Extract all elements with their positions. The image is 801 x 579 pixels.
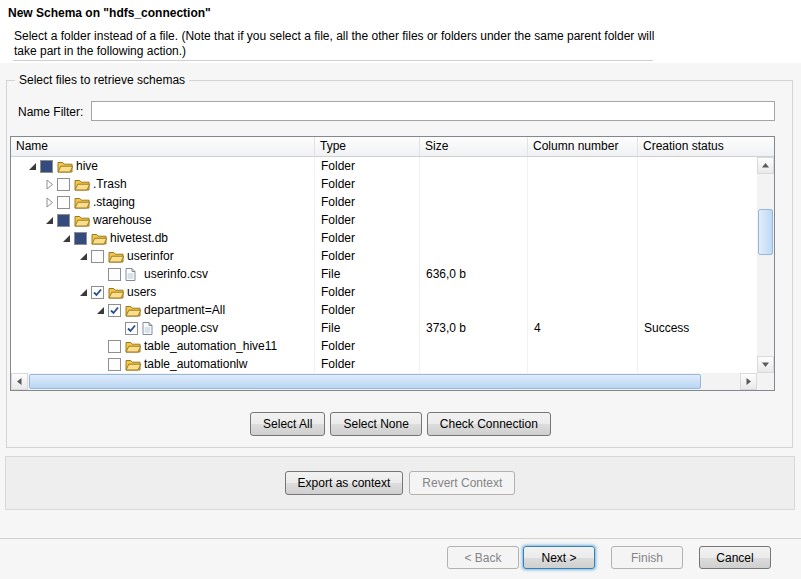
collapse-arrow-icon[interactable] [76,286,91,299]
expander-spacer [93,358,108,371]
tree-item-label: warehouse [92,211,152,229]
cell-type: Folder [315,301,420,319]
check-connection-button[interactable]: Check Connection [427,412,551,436]
cell-size [420,229,528,247]
footer-separator [0,538,801,539]
expand-arrow-icon[interactable] [42,196,57,209]
folder-icon [125,304,143,317]
collapse-arrow-icon[interactable] [93,304,108,317]
tree-row[interactable]: table_automation_hive11Folder [11,337,757,355]
tree-name-cell: userinfo.csv [11,265,315,283]
tree-row[interactable]: userinfo.csvFile636,0 b [11,265,757,283]
next-button[interactable]: Next > [523,546,595,569]
tree-name-cell: hive [11,157,315,175]
expander-spacer [93,340,108,353]
collapse-arrow-icon[interactable] [42,214,57,227]
cell-type: Folder [315,337,420,355]
tree-indent [11,256,76,257]
cell-size: 636,0 b [420,265,528,283]
cell-creation-status [638,301,757,319]
tree-item-checkbox[interactable] [74,232,87,245]
tree-item-checkbox[interactable] [125,322,138,335]
export-as-context-button[interactable]: Export as context [285,471,404,495]
tree-item-checkbox[interactable] [91,286,104,299]
tree-name-cell: .Trash [11,175,315,193]
tree-row[interactable]: .TrashFolder [11,175,757,193]
tree-item-label: department=All [143,301,225,319]
column-header-column-number[interactable]: Column number [528,137,638,156]
file-icon [142,322,160,335]
tree-item-checkbox[interactable] [108,268,121,281]
vertical-scrollbar[interactable] [757,157,774,373]
column-header-size[interactable]: Size [420,137,528,156]
tree-item-checkbox[interactable] [40,160,53,173]
folder-icon [74,214,92,227]
cell-creation-status [638,265,757,283]
cell-type: Folder [315,193,420,211]
cell-column-number [528,301,638,319]
cell-creation-status [638,355,757,373]
tree-name-cell: warehouse [11,211,315,229]
vertical-scroll-thumb[interactable] [758,209,773,255]
horizontal-scrollbar[interactable] [11,373,757,390]
select-none-button[interactable]: Select None [330,412,421,436]
scroll-right-icon[interactable] [740,373,757,390]
tree-indent [11,328,110,329]
tree-row[interactable]: department=AllFolder [11,301,757,319]
column-header-name[interactable]: Name [11,137,315,156]
cell-column-number [528,337,638,355]
horizontal-scroll-thumb[interactable] [29,374,701,389]
collapse-arrow-icon[interactable] [59,232,74,245]
cell-type: Folder [315,247,420,265]
tree-item-checkbox[interactable] [57,196,70,209]
tree-item-checkbox[interactable] [91,250,104,263]
folder-icon [108,286,126,299]
tree-item-checkbox[interactable] [108,358,121,371]
tree-row[interactable]: table_automationlwFolder [11,355,757,373]
cancel-button[interactable]: Cancel [699,546,771,569]
tree-name-cell: userinfor [11,247,315,265]
expand-arrow-icon[interactable] [42,178,57,191]
tree-indent [11,310,93,311]
tree-item-checkbox[interactable] [57,178,70,191]
select-all-button[interactable]: Select All [250,412,325,436]
collapse-arrow-icon[interactable] [76,250,91,263]
tree-item-label: .staging [92,193,135,211]
tree-row[interactable]: hiveFolder [11,157,757,175]
scroll-down-icon[interactable] [757,356,774,373]
cell-creation-status [638,247,757,265]
tree-item-checkbox[interactable] [57,214,70,227]
column-header-type[interactable]: Type [315,137,420,156]
tree-indent [11,364,93,365]
cell-size [420,175,528,193]
tree-indent [11,166,25,167]
collapse-arrow-icon[interactable] [25,160,40,173]
tree-row[interactable]: hivetest.dbFolder [11,229,757,247]
tree-row[interactable]: userinforFolder [11,247,757,265]
scroll-left-icon[interactable] [11,373,28,390]
tree-item-label: people.csv [160,319,218,337]
tree-name-cell: table_automationlw [11,355,315,373]
cell-column-number [528,283,638,301]
file-icon [125,268,143,281]
scrollbar-corner [757,373,774,390]
tree-item-label: hive [75,157,98,175]
column-header-creation-status[interactable]: Creation status [638,137,774,156]
scroll-up-icon[interactable] [757,157,774,174]
tree-row[interactable]: .stagingFolder [11,193,757,211]
cell-size [420,301,528,319]
cell-type: Folder [315,229,420,247]
tree-row[interactable]: people.csvFile373,0 b4Success [11,319,757,337]
name-filter-input[interactable] [91,101,775,121]
cell-size [420,247,528,265]
cell-size [420,337,528,355]
tree-item-label: hivetest.db [109,229,168,247]
tree-row[interactable]: warehouseFolder [11,211,757,229]
tree-item-checkbox[interactable] [108,340,121,353]
tree-item-checkbox[interactable] [108,304,121,317]
folder-icon [74,178,92,191]
file-tree: hiveFolder.TrashFolder.stagingFolderware… [11,157,757,373]
folder-icon [74,196,92,209]
tree-row[interactable]: usersFolder [11,283,757,301]
revert-context-button: Revert Context [409,471,515,495]
